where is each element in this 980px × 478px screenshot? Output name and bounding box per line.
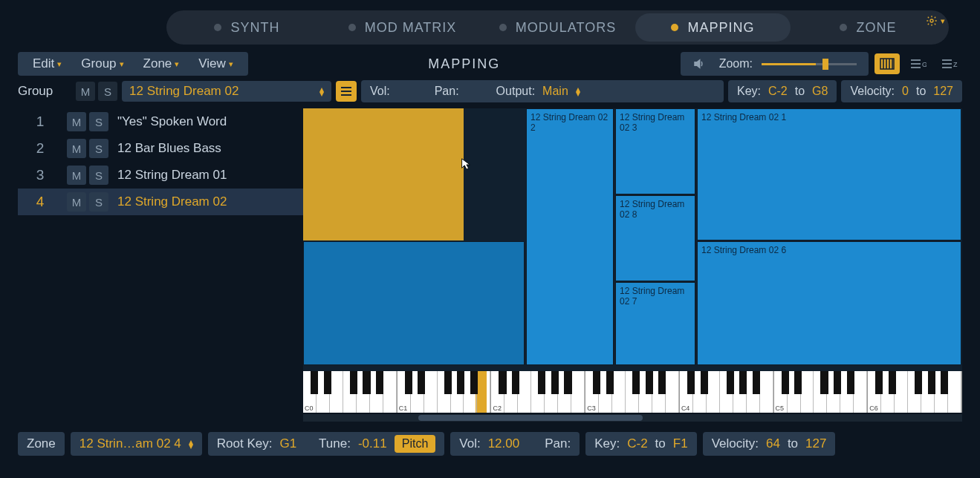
zone-region[interactable]: 12 String Dream 02 2 — [526, 108, 614, 365]
zone-name-value: 12 Strin…am 02 4 — [79, 436, 181, 451]
tab-label: MAPPING — [687, 20, 754, 36]
to-label: to — [788, 436, 798, 451]
group-row[interactable]: 1MS"Yes" Spoken Word — [18, 108, 303, 135]
octave-label: C4 — [681, 405, 690, 412]
row-solo-button[interactable]: S — [89, 139, 108, 158]
zone-key-hi[interactable]: F1 — [673, 436, 688, 451]
tune-value[interactable]: -0.11 — [358, 436, 387, 451]
octave-label: C0 — [305, 405, 314, 412]
row-mute-button[interactable]: M — [67, 112, 86, 131]
svg-text:G: G — [922, 61, 927, 68]
tune-label: Tune: — [319, 436, 351, 451]
group-output-value[interactable]: Main — [542, 85, 568, 98]
view-mode-keyboard[interactable] — [874, 53, 900, 74]
zone-key-lo[interactable]: C-2 — [627, 436, 647, 451]
stepper-icon[interactable]: ▴▾ — [576, 87, 580, 96]
group-vel-hi[interactable]: 127 — [933, 85, 953, 98]
zone-vel-hi[interactable]: 127 — [805, 436, 826, 451]
svg-point-0 — [930, 19, 933, 22]
edit-menu[interactable]: Edit▾ — [28, 56, 66, 71]
svg-marker-1 — [695, 60, 700, 68]
keyboard-ruler[interactable]: C0C1C2C3C4C5C6 — [303, 371, 962, 413]
octave-label: C6 — [869, 405, 878, 412]
group-vel-label: Velocity: — [850, 85, 895, 98]
pitch-button[interactable]: Pitch — [395, 435, 436, 453]
to-label: to — [655, 436, 666, 451]
tab-mod-matrix[interactable]: MOD MATRIX — [325, 13, 480, 42]
row-name: "Yes" Spoken Word — [113, 114, 227, 129]
octave[interactable]: C6 — [868, 371, 962, 413]
zoom-slider[interactable] — [757, 62, 861, 66]
tab-synth[interactable]: SYNTH — [169, 13, 325, 42]
menu-label: View — [198, 56, 226, 71]
main-tab-bar: SYNTH MOD MATRIX MODULATORS MAPPING ZONE… — [166, 10, 949, 45]
octave[interactable]: C0 — [303, 371, 397, 413]
octave-label: C5 — [776, 405, 785, 412]
view-menu[interactable]: View▾ — [194, 56, 238, 71]
stepper-icon: ▴▾ — [189, 439, 193, 448]
group-list-toggle[interactable] — [336, 81, 357, 102]
zone-region[interactable]: 12 String Dream 02 7 — [615, 282, 695, 365]
chevron-down-icon: ▾ — [120, 59, 124, 69]
zone-region[interactable] — [303, 241, 525, 365]
rootkey-value[interactable]: G1 — [279, 436, 296, 451]
row-mute-button[interactable]: M — [67, 139, 86, 158]
tab-mapping[interactable]: MAPPING — [635, 13, 791, 42]
group-menu[interactable]: Group▾ — [77, 56, 128, 71]
horizontal-scrollbar[interactable] — [303, 414, 962, 422]
settings-menu[interactable]: ▾ — [921, 15, 950, 27]
group-selector[interactable]: 12 String Dream 02 ▴▾ — [122, 81, 331, 102]
dot-icon — [348, 24, 356, 31]
group-row[interactable]: 3MS12 String Dream 01 — [18, 162, 303, 189]
row-name: 12 String Dream 02 — [113, 194, 227, 209]
zone-menu[interactable]: Zone▾ — [139, 56, 184, 71]
octave[interactable]: C1 — [397, 371, 492, 413]
octave[interactable]: C5 — [774, 371, 869, 413]
group-row[interactable]: 2MS12 Bar Blues Bass — [18, 135, 303, 162]
row-solo-button[interactable]: S — [89, 166, 108, 185]
list-icon — [340, 86, 352, 96]
to-label: to — [795, 85, 805, 98]
row-mute-button[interactable]: M — [67, 192, 86, 212]
view-mode-zone[interactable]: Z — [937, 53, 962, 74]
octave[interactable]: C4 — [680, 371, 774, 413]
octave-label: C3 — [587, 405, 596, 412]
to-label: to — [916, 85, 926, 98]
group-vol-label: Vol: — [370, 85, 390, 98]
group-solo-button[interactable]: S — [98, 82, 117, 101]
dot-icon — [499, 24, 507, 31]
chevron-down-icon: ▾ — [229, 59, 233, 69]
tab-modulators[interactable]: MODULATORS — [480, 13, 635, 42]
octave[interactable]: C2 — [491, 371, 585, 413]
zone-selector[interactable]: 12 Strin…am 02 4 ▴▾ — [71, 432, 202, 456]
zone-key-label: Key: — [594, 436, 620, 451]
zone-region[interactable]: 12 String Dream 02 6 — [697, 241, 961, 365]
group-key-hi[interactable]: G8 — [812, 85, 828, 98]
row-solo-button[interactable]: S — [89, 112, 108, 131]
zone-region[interactable]: 12 String Dream 02 8 — [615, 195, 695, 281]
zone-region[interactable]: 12 String Dream 02 3 — [615, 108, 695, 194]
view-mode-group[interactable]: G — [906, 53, 931, 74]
row-name: 12 String Dream 01 — [113, 168, 227, 183]
zone-map-area[interactable]: 12 String Dream 02 212 String Dream 02 3… — [303, 108, 962, 371]
group-name-value: 12 String Dream 02 — [129, 84, 238, 99]
group-mute-button[interactable]: M — [76, 82, 95, 101]
selected-zone-highlight[interactable] — [303, 108, 464, 240]
group-key-lo[interactable]: C-2 — [768, 85, 788, 98]
octave[interactable]: C3 — [585, 371, 680, 413]
zone-vel-label: Velocity: — [712, 436, 759, 451]
section-title: MAPPING — [251, 56, 678, 72]
zoom-label: Zoom: — [715, 57, 753, 71]
zone-vel-lo[interactable]: 64 — [766, 436, 780, 451]
tab-label: MOD MATRIX — [365, 20, 457, 36]
svg-text:Z: Z — [953, 61, 958, 68]
audition-toggle[interactable] — [688, 57, 710, 71]
group-row[interactable]: 4MS12 String Dream 02 — [18, 189, 303, 215]
row-mute-button[interactable]: M — [67, 166, 86, 185]
zone-vol-value[interactable]: 12.00 — [488, 436, 520, 451]
row-solo-button[interactable]: S — [89, 192, 108, 212]
zone-region[interactable]: 12 String Dream 02 1 — [697, 108, 961, 240]
group-view-icon: G — [910, 59, 927, 69]
group-vel-lo[interactable]: 0 — [902, 85, 909, 98]
tab-label: MODULATORS — [516, 20, 616, 36]
